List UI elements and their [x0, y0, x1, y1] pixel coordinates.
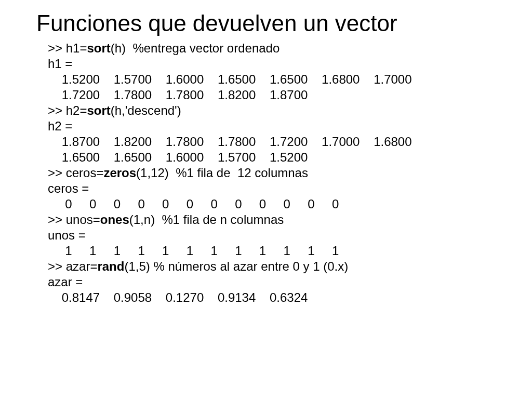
bold-segment: rand: [97, 259, 124, 273]
text-segment: 1.5200 1.5700 1.6000 1.6500 1.6500 1.680…: [48, 72, 412, 86]
code-line: 1.7200 1.7800 1.7800 1.8200 1.8700: [48, 87, 496, 103]
code-line: >> h1=sort(h) %entrega vector ordenado: [48, 41, 496, 56]
text-segment: (h,'descend'): [111, 103, 181, 117]
text-segment: >> h2=: [48, 103, 87, 117]
slide-title: Funciones que devuelven un vector: [36, 10, 496, 36]
text-segment: (1,n) %1 fila de n columnas: [129, 212, 284, 227]
text-segment: 0.8147 0.9058 0.1270 0.9134 0.6324: [48, 290, 308, 304]
code-line: >> ceros=zeros(1,12) %1 fila de 12 colum…: [48, 165, 496, 181]
text-segment: ceros =: [48, 181, 89, 195]
text-segment: h1 =: [48, 57, 72, 71]
code-line: unos =: [48, 228, 496, 243]
text-segment: >> unos=: [48, 212, 100, 227]
text-segment: >> h1=: [48, 41, 87, 55]
code-line: 1 1 1 1 1 1 1 1 1 1 1 1: [48, 243, 496, 259]
text-segment: h2 =: [48, 119, 72, 133]
text-segment: 1.8700 1.8200 1.7800 1.7800 1.7200 1.700…: [48, 135, 412, 149]
bold-segment: ones: [100, 212, 129, 227]
text-segment: 1.7200 1.7800 1.7800 1.8200 1.8700: [48, 88, 308, 102]
text-segment: (1,5) % números al azar entre 0 y 1 (0.x…: [124, 259, 348, 273]
code-line: 0 0 0 0 0 0 0 0 0 0 0 0: [48, 196, 496, 212]
slide-container: Funciones que devuelven un vector >> h1=…: [0, 0, 532, 316]
code-line: azar =: [48, 274, 496, 290]
code-line: 1.5200 1.5700 1.6000 1.6500 1.6500 1.680…: [48, 72, 496, 87]
code-line: h2 =: [48, 118, 496, 134]
text-segment: (1,12) %1 fila de 12 columnas: [136, 166, 308, 180]
bold-segment: sort: [87, 103, 110, 117]
code-line: >> unos=ones(1,n) %1 fila de n columnas: [48, 212, 496, 228]
code-line: ceros =: [48, 181, 496, 196]
text-segment: 0 0 0 0 0 0 0 0 0 0 0 0: [48, 197, 339, 211]
text-segment: unos =: [48, 228, 86, 242]
code-line: 1.6500 1.6500 1.6000 1.5700 1.5200: [48, 150, 496, 165]
bold-segment: zeros: [103, 166, 136, 180]
text-segment: 1.6500 1.6500 1.6000 1.5700 1.5200: [48, 150, 308, 164]
text-segment: (h) %entrega vector ordenado: [111, 41, 280, 55]
text-segment: azar =: [48, 275, 83, 289]
text-segment: 1 1 1 1 1 1 1 1 1 1 1 1: [48, 244, 339, 258]
code-line: 0.8147 0.9058 0.1270 0.9134 0.6324: [48, 290, 496, 305]
code-line: >> h2=sort(h,'descend'): [48, 103, 496, 118]
code-content: >> h1=sort(h) %entrega vector ordenadoh1…: [36, 41, 496, 305]
text-segment: >> ceros=: [48, 166, 103, 180]
text-segment: >> azar=: [48, 259, 97, 273]
code-line: h1 =: [48, 56, 496, 72]
code-line: >> azar=rand(1,5) % números al azar entr…: [48, 259, 496, 274]
bold-segment: sort: [87, 41, 110, 55]
code-line: 1.8700 1.8200 1.7800 1.7800 1.7200 1.700…: [48, 134, 496, 150]
